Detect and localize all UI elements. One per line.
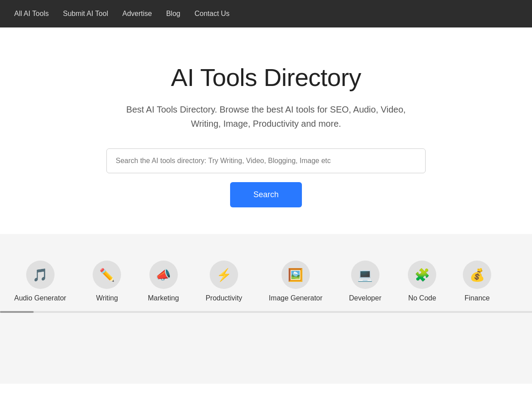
hero-section: AI Tools Directory Best AI Tools Directo…: [0, 27, 532, 234]
category-icon: 💻: [351, 261, 379, 289]
categories-scroll[interactable]: 🎵Audio Generator✏️Writing📣Marketing⚡Prod…: [0, 261, 532, 311]
category-label: Marketing: [148, 294, 179, 302]
category-label: Developer: [349, 294, 381, 302]
nav-all-ai-tools[interactable]: All AI Tools: [14, 10, 49, 18]
nav-contact-us[interactable]: Contact Us: [195, 10, 230, 18]
scroll-indicator: [0, 311, 532, 313]
category-label: Finance: [465, 294, 490, 302]
categories-section: 🎵Audio Generator✏️Writing📣Marketing⚡Prod…: [0, 234, 532, 331]
scroll-indicator-thumb: [0, 311, 34, 313]
hero-subtitle: Best AI Tools Directory. Browse the best…: [124, 102, 408, 131]
category-item[interactable]: 💰Finance: [463, 261, 491, 302]
category-icon: 💰: [463, 261, 491, 289]
category-icon: ⚡: [210, 261, 238, 289]
search-container: Search: [106, 148, 426, 207]
category-label: Image Generator: [269, 294, 322, 302]
category-item[interactable]: ✏️Writing: [93, 261, 121, 302]
category-icon: ✏️: [93, 261, 121, 289]
category-icon: 📣: [149, 261, 178, 289]
category-label: No Code: [408, 294, 436, 302]
nav-blog[interactable]: Blog: [166, 10, 180, 18]
nav-submit-ai-tool[interactable]: Submit AI Tool: [63, 10, 108, 18]
category-label: Audio Generator: [14, 294, 66, 302]
category-icon: 🖼️: [282, 261, 310, 289]
nav-advertise[interactable]: Advertise: [122, 10, 152, 18]
main-nav: All AI Tools Submit AI Tool Advertise Bl…: [0, 0, 532, 27]
category-label: Writing: [96, 294, 118, 302]
category-item[interactable]: 🖼️Image Generator: [269, 261, 322, 302]
category-item[interactable]: ⚡Productivity: [206, 261, 243, 302]
category-label: Productivity: [206, 294, 243, 302]
category-item[interactable]: 💻Developer: [349, 261, 381, 302]
bottom-space: [0, 331, 532, 384]
search-button[interactable]: Search: [230, 182, 301, 207]
category-icon: 🎵: [26, 261, 55, 289]
category-icon: 🧩: [408, 261, 436, 289]
hero-title: AI Tools Directory: [171, 63, 361, 92]
category-item[interactable]: 🧩No Code: [408, 261, 436, 302]
category-item[interactable]: 🎵Audio Generator: [14, 261, 66, 302]
search-input[interactable]: [106, 148, 426, 173]
category-item[interactable]: 📣Marketing: [148, 261, 179, 302]
